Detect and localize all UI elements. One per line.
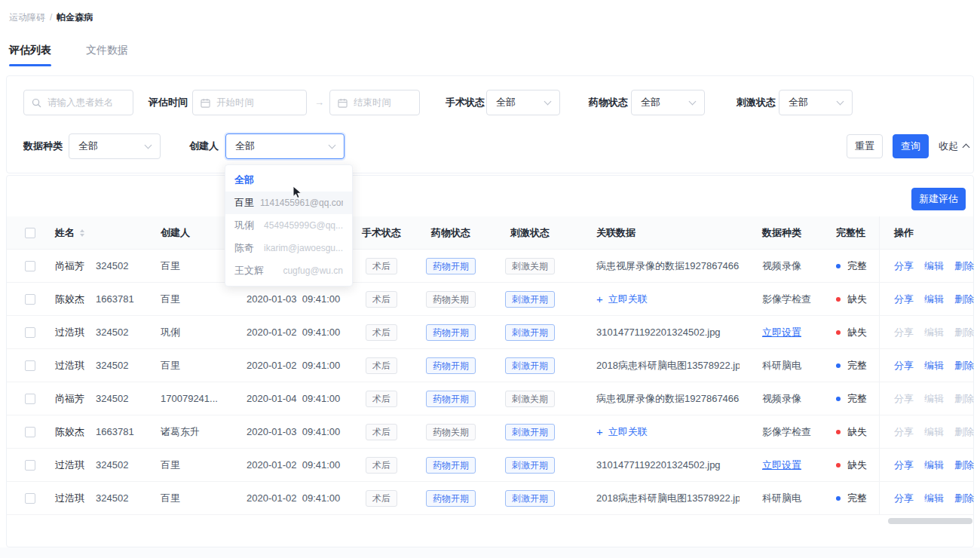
header-checkbox-cell — [7, 216, 43, 249]
cell-drug-status: 药物开期 — [414, 316, 488, 348]
reset-button[interactable]: 重置 — [847, 134, 883, 158]
select-all-checkbox[interactable] — [25, 228, 35, 238]
patient-name-search[interactable] — [23, 90, 133, 115]
surgery-status-tag: 术后 — [366, 490, 397, 507]
cell-data-type: 科研脑电 — [740, 349, 818, 382]
row-checkbox-cell — [7, 250, 43, 282]
edit-action[interactable]: 编辑 — [924, 293, 944, 306]
eval-time-label: 评估时间 — [149, 90, 188, 115]
drug-status-select[interactable]: 全部 — [631, 90, 705, 115]
edit-action[interactable]: 编辑 — [924, 359, 944, 373]
integrity-dot — [836, 264, 841, 268]
delete-action[interactable]: 删除 — [954, 359, 974, 373]
tab-file-data[interactable]: 文件数据 — [86, 44, 128, 66]
breadcrumb-separator: / — [50, 12, 52, 23]
delete-action[interactable]: 删除 — [954, 458, 974, 472]
cell-operations: 分享编辑删除 — [879, 415, 975, 448]
associate-now-label: 立即关联 — [608, 293, 648, 306]
integrity-text: 完整 — [847, 392, 867, 406]
creator-option[interactable]: 百里1141455961@qq.com — [225, 192, 352, 214]
creator-option[interactable]: 巩俐454945999G@qq... — [225, 214, 352, 237]
end-date-input[interactable] — [354, 97, 419, 108]
creator-select[interactable]: 全部 — [225, 133, 345, 159]
collapse-button[interactable]: 收起 — [939, 134, 969, 158]
row-checkbox[interactable] — [25, 427, 35, 437]
row-checkbox[interactable] — [25, 294, 35, 305]
integrity-text: 缺失 — [847, 293, 867, 306]
share-action[interactable]: 分享 — [894, 458, 914, 472]
plus-icon: + — [596, 293, 603, 305]
cell-name: 过浩琪 — [43, 449, 93, 481]
start-date-picker[interactable] — [192, 90, 307, 115]
share-action[interactable]: 分享 — [894, 492, 914, 505]
end-date-picker[interactable] — [329, 90, 420, 115]
row-checkbox[interactable] — [25, 493, 35, 504]
drug-status-tag: 药物关期 — [426, 424, 476, 440]
horizontal-scrollbar-thumb[interactable] — [888, 518, 972, 524]
cell-integrity: 完整 — [818, 482, 879, 514]
edit-action[interactable]: 编辑 — [924, 259, 944, 273]
associate-now-button[interactable]: +立即关联 — [596, 425, 648, 439]
associate-now-label: 立即关联 — [608, 425, 648, 439]
cell-surgery-status: 术后 — [349, 250, 414, 282]
cell-drug-status: 药物关期 — [414, 415, 488, 448]
row-checkbox[interactable] — [25, 394, 35, 404]
breadcrumb-parent[interactable]: 运动障碍 — [9, 12, 45, 23]
cell-operations: 分享编辑删除 — [879, 316, 975, 348]
creator-option[interactable]: 王文辉cugfug@wu.cn — [225, 259, 352, 282]
column-header-stim-status: 刺激状态 — [488, 216, 572, 249]
associate-now-button[interactable]: +立即关联 — [596, 293, 648, 306]
chevron-up-icon — [963, 144, 970, 152]
cell-drug-status: 药物开期 — [414, 449, 488, 481]
linked-file-name: 31014771192201324502.jpg — [596, 459, 721, 471]
data-type-text: 影像学检查 — [762, 293, 811, 306]
data-type-select[interactable]: 全部 — [69, 133, 161, 159]
cell-stim-status: 刺激开期 — [488, 349, 572, 382]
row-checkbox[interactable] — [25, 360, 35, 371]
drug-status-tag: 药物开期 — [426, 490, 476, 507]
new-evaluation-button[interactable]: 新建评估 — [911, 188, 966, 210]
cell-surgery-status: 术后 — [349, 482, 414, 514]
edit-action: 编辑 — [924, 392, 944, 406]
row-checkbox[interactable] — [25, 327, 35, 338]
surgery-status-tag: 术后 — [366, 324, 397, 341]
set-now-link[interactable]: 立即设置 — [762, 326, 801, 339]
date-range-arrow: → — [314, 90, 324, 115]
data-type-text: 科研脑电 — [762, 492, 801, 505]
cell-eval-time: 2020-01-02 09:41:00 — [237, 316, 349, 348]
edit-action[interactable]: 编辑 — [924, 458, 944, 472]
cell-creator: 诸葛东升 — [153, 415, 237, 448]
share-action[interactable]: 分享 — [894, 293, 914, 306]
cell-integrity: 完整 — [818, 250, 879, 282]
cell-patient-id: 324502 — [93, 382, 153, 415]
row-checkbox[interactable] — [25, 460, 35, 471]
start-date-input[interactable] — [216, 97, 306, 108]
surgery-status-select[interactable]: 全部 — [486, 90, 560, 115]
share-action[interactable]: 分享 — [894, 359, 914, 373]
cell-eval-time: 2020-01-02 09:41:00 — [237, 482, 349, 514]
column-header-label: 手术状态 — [362, 226, 401, 240]
query-button[interactable]: 查询 — [893, 134, 929, 158]
stim-status-select[interactable]: 全部 — [779, 90, 853, 115]
creator-option[interactable]: 全部 — [225, 169, 352, 192]
search-input[interactable] — [47, 97, 133, 108]
integrity-text: 完整 — [847, 259, 867, 273]
row-checkbox-cell — [7, 415, 43, 448]
row-checkbox-cell — [7, 449, 43, 481]
cell-linked-data: 31014771192201324502.jpg — [572, 316, 740, 348]
creator-option-name: 百里 — [234, 196, 254, 210]
delete-action[interactable]: 删除 — [954, 492, 974, 505]
share-action[interactable]: 分享 — [894, 259, 914, 273]
creator-option[interactable]: 陈奇ikarim@jawoesgu... — [225, 237, 352, 259]
tab-eval-list[interactable]: 评估列表 — [9, 44, 51, 66]
creator-value: 全部 — [235, 140, 255, 153]
set-now-link[interactable]: 立即设置 — [762, 458, 801, 472]
sort-icon[interactable] — [80, 229, 84, 237]
cell-operations: 分享编辑删除 — [879, 482, 975, 514]
row-checkbox[interactable] — [25, 261, 35, 271]
stim-status-tag: 刺激开期 — [505, 357, 555, 374]
edit-action[interactable]: 编辑 — [924, 492, 944, 505]
delete-action[interactable]: 删除 — [954, 293, 974, 306]
cell-patient-id: 324502 — [93, 250, 153, 282]
delete-action[interactable]: 删除 — [954, 259, 974, 273]
